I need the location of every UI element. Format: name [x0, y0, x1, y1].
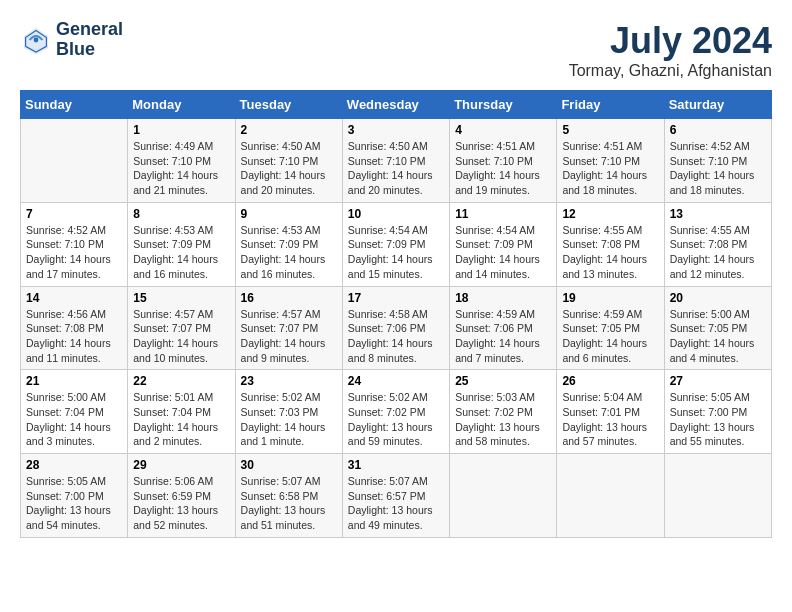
day-number: 3 [348, 123, 444, 137]
day-number: 6 [670, 123, 766, 137]
day-info: Sunrise: 5:07 AM Sunset: 6:57 PM Dayligh… [348, 474, 444, 533]
calendar-cell: 7Sunrise: 4:52 AM Sunset: 7:10 PM Daylig… [21, 202, 128, 286]
day-number: 23 [241, 374, 337, 388]
weekday-header: Thursday [450, 91, 557, 119]
svg-point-2 [34, 37, 39, 42]
day-number: 1 [133, 123, 229, 137]
day-number: 15 [133, 291, 229, 305]
day-info: Sunrise: 4:51 AM Sunset: 7:10 PM Dayligh… [562, 139, 658, 198]
day-info: Sunrise: 5:02 AM Sunset: 7:02 PM Dayligh… [348, 390, 444, 449]
day-info: Sunrise: 4:59 AM Sunset: 7:05 PM Dayligh… [562, 307, 658, 366]
day-info: Sunrise: 4:52 AM Sunset: 7:10 PM Dayligh… [26, 223, 122, 282]
day-number: 20 [670, 291, 766, 305]
calendar-cell: 17Sunrise: 4:58 AM Sunset: 7:06 PM Dayli… [342, 286, 449, 370]
day-number: 25 [455, 374, 551, 388]
calendar-cell: 30Sunrise: 5:07 AM Sunset: 6:58 PM Dayli… [235, 454, 342, 538]
day-info: Sunrise: 4:57 AM Sunset: 7:07 PM Dayligh… [241, 307, 337, 366]
calendar-cell: 4Sunrise: 4:51 AM Sunset: 7:10 PM Daylig… [450, 119, 557, 203]
calendar-cell: 9Sunrise: 4:53 AM Sunset: 7:09 PM Daylig… [235, 202, 342, 286]
day-number: 12 [562, 207, 658, 221]
calendar-cell: 18Sunrise: 4:59 AM Sunset: 7:06 PM Dayli… [450, 286, 557, 370]
day-info: Sunrise: 4:54 AM Sunset: 7:09 PM Dayligh… [455, 223, 551, 282]
calendar-week-row: 21Sunrise: 5:00 AM Sunset: 7:04 PM Dayli… [21, 370, 772, 454]
calendar-cell [664, 454, 771, 538]
day-number: 27 [670, 374, 766, 388]
day-info: Sunrise: 4:49 AM Sunset: 7:10 PM Dayligh… [133, 139, 229, 198]
calendar-cell: 14Sunrise: 4:56 AM Sunset: 7:08 PM Dayli… [21, 286, 128, 370]
day-info: Sunrise: 5:04 AM Sunset: 7:01 PM Dayligh… [562, 390, 658, 449]
weekday-header: Monday [128, 91, 235, 119]
calendar-cell: 3Sunrise: 4:50 AM Sunset: 7:10 PM Daylig… [342, 119, 449, 203]
day-info: Sunrise: 4:53 AM Sunset: 7:09 PM Dayligh… [241, 223, 337, 282]
day-number: 29 [133, 458, 229, 472]
day-info: Sunrise: 4:58 AM Sunset: 7:06 PM Dayligh… [348, 307, 444, 366]
day-info: Sunrise: 5:00 AM Sunset: 7:05 PM Dayligh… [670, 307, 766, 366]
day-info: Sunrise: 4:56 AM Sunset: 7:08 PM Dayligh… [26, 307, 122, 366]
calendar-cell: 15Sunrise: 4:57 AM Sunset: 7:07 PM Dayli… [128, 286, 235, 370]
day-number: 22 [133, 374, 229, 388]
calendar-week-row: 14Sunrise: 4:56 AM Sunset: 7:08 PM Dayli… [21, 286, 772, 370]
day-info: Sunrise: 4:51 AM Sunset: 7:10 PM Dayligh… [455, 139, 551, 198]
day-number: 31 [348, 458, 444, 472]
logo-icon [20, 24, 52, 56]
day-number: 17 [348, 291, 444, 305]
calendar-cell: 27Sunrise: 5:05 AM Sunset: 7:00 PM Dayli… [664, 370, 771, 454]
weekday-header-row: SundayMondayTuesdayWednesdayThursdayFrid… [21, 91, 772, 119]
calendar-cell: 28Sunrise: 5:05 AM Sunset: 7:00 PM Dayli… [21, 454, 128, 538]
calendar-cell: 1Sunrise: 4:49 AM Sunset: 7:10 PM Daylig… [128, 119, 235, 203]
title-area: July 2024 Tormay, Ghazni, Afghanistan [569, 20, 772, 80]
day-info: Sunrise: 5:01 AM Sunset: 7:04 PM Dayligh… [133, 390, 229, 449]
day-number: 26 [562, 374, 658, 388]
calendar-table: SundayMondayTuesdayWednesdayThursdayFrid… [20, 90, 772, 538]
day-number: 14 [26, 291, 122, 305]
day-info: Sunrise: 5:05 AM Sunset: 7:00 PM Dayligh… [26, 474, 122, 533]
day-number: 21 [26, 374, 122, 388]
day-info: Sunrise: 4:54 AM Sunset: 7:09 PM Dayligh… [348, 223, 444, 282]
day-info: Sunrise: 5:00 AM Sunset: 7:04 PM Dayligh… [26, 390, 122, 449]
calendar-cell: 12Sunrise: 4:55 AM Sunset: 7:08 PM Dayli… [557, 202, 664, 286]
calendar-week-row: 1Sunrise: 4:49 AM Sunset: 7:10 PM Daylig… [21, 119, 772, 203]
day-number: 28 [26, 458, 122, 472]
calendar-cell: 6Sunrise: 4:52 AM Sunset: 7:10 PM Daylig… [664, 119, 771, 203]
day-number: 24 [348, 374, 444, 388]
calendar-cell: 8Sunrise: 4:53 AM Sunset: 7:09 PM Daylig… [128, 202, 235, 286]
calendar-cell: 31Sunrise: 5:07 AM Sunset: 6:57 PM Dayli… [342, 454, 449, 538]
calendar-cell: 25Sunrise: 5:03 AM Sunset: 7:02 PM Dayli… [450, 370, 557, 454]
day-number: 30 [241, 458, 337, 472]
location-title: Tormay, Ghazni, Afghanistan [569, 62, 772, 80]
day-info: Sunrise: 4:52 AM Sunset: 7:10 PM Dayligh… [670, 139, 766, 198]
calendar-cell [450, 454, 557, 538]
calendar-cell: 5Sunrise: 4:51 AM Sunset: 7:10 PM Daylig… [557, 119, 664, 203]
logo: General Blue [20, 20, 123, 60]
day-number: 4 [455, 123, 551, 137]
day-info: Sunrise: 5:03 AM Sunset: 7:02 PM Dayligh… [455, 390, 551, 449]
day-number: 7 [26, 207, 122, 221]
day-number: 11 [455, 207, 551, 221]
day-info: Sunrise: 5:02 AM Sunset: 7:03 PM Dayligh… [241, 390, 337, 449]
weekday-header: Wednesday [342, 91, 449, 119]
day-number: 16 [241, 291, 337, 305]
day-number: 18 [455, 291, 551, 305]
calendar-cell [557, 454, 664, 538]
calendar-cell: 16Sunrise: 4:57 AM Sunset: 7:07 PM Dayli… [235, 286, 342, 370]
day-number: 8 [133, 207, 229, 221]
day-number: 13 [670, 207, 766, 221]
weekday-header: Saturday [664, 91, 771, 119]
logo-text: General Blue [56, 20, 123, 60]
calendar-cell: 24Sunrise: 5:02 AM Sunset: 7:02 PM Dayli… [342, 370, 449, 454]
calendar-week-row: 28Sunrise: 5:05 AM Sunset: 7:00 PM Dayli… [21, 454, 772, 538]
day-number: 2 [241, 123, 337, 137]
day-info: Sunrise: 5:05 AM Sunset: 7:00 PM Dayligh… [670, 390, 766, 449]
page-header: General Blue July 2024 Tormay, Ghazni, A… [20, 20, 772, 80]
weekday-header: Friday [557, 91, 664, 119]
day-info: Sunrise: 4:53 AM Sunset: 7:09 PM Dayligh… [133, 223, 229, 282]
weekday-header: Tuesday [235, 91, 342, 119]
day-info: Sunrise: 5:07 AM Sunset: 6:58 PM Dayligh… [241, 474, 337, 533]
calendar-cell: 29Sunrise: 5:06 AM Sunset: 6:59 PM Dayli… [128, 454, 235, 538]
month-title: July 2024 [569, 20, 772, 62]
day-info: Sunrise: 4:50 AM Sunset: 7:10 PM Dayligh… [241, 139, 337, 198]
day-info: Sunrise: 4:50 AM Sunset: 7:10 PM Dayligh… [348, 139, 444, 198]
calendar-cell: 11Sunrise: 4:54 AM Sunset: 7:09 PM Dayli… [450, 202, 557, 286]
day-number: 5 [562, 123, 658, 137]
calendar-cell: 2Sunrise: 4:50 AM Sunset: 7:10 PM Daylig… [235, 119, 342, 203]
